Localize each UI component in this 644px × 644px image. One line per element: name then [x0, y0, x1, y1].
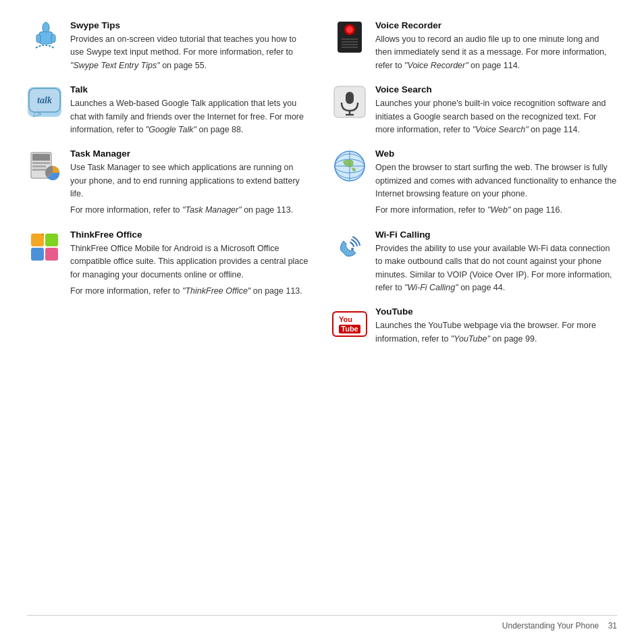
swype-tips-icon-box — [27, 20, 62, 55]
thinkfree-title: ThinkFree Office — [70, 230, 312, 240]
web-icon-box — [332, 149, 367, 184]
youtube-title: YouTube — [375, 306, 617, 317]
swype-tips-title: Swype Tips — [70, 20, 312, 30]
svg-rect-16 — [45, 248, 58, 261]
svg-rect-1 — [39, 32, 53, 44]
youtube-body: Launches the YouTube webpage via the bro… — [375, 319, 617, 346]
svg-rect-13 — [31, 234, 44, 246]
svg-point-33 — [351, 248, 354, 250]
page: Swype Tips Provides an on-screen video t… — [0, 0, 644, 644]
voice-search-icon-box — [332, 84, 367, 119]
wifi-calling-icon — [333, 230, 367, 264]
entry-wifi-calling: Wi-Fi Calling Provides the ability to us… — [332, 230, 617, 295]
web-body: Open the browser to start surfing the we… — [375, 161, 617, 200]
entry-swype-tips: Swype Tips Provides an on-screen video t… — [27, 20, 312, 72]
svg-rect-15 — [31, 248, 44, 261]
voice-recorder-icon — [333, 20, 366, 55]
entry-task-manager: Task Manager Use Task Manager to see whi… — [27, 149, 312, 217]
svg-rect-8 — [32, 154, 50, 161]
svg-text:talk: talk — [37, 95, 52, 105]
entry-voice-search: Voice Search Launches your phone's built… — [332, 84, 617, 136]
svg-rect-10 — [32, 165, 46, 167]
voice-recorder-icon-box — [332, 20, 367, 55]
thinkfree-body2: For more information, refer to "ThinkFre… — [70, 285, 312, 298]
svg-rect-3 — [51, 34, 55, 43]
web-title: Web — [375, 149, 617, 159]
talk-body: Launches a Web-based Google Talk applica… — [70, 97, 312, 136]
swype-tips-body: Provides an on-screen video tutorial tha… — [70, 33, 312, 72]
svg-text:You: You — [339, 315, 352, 323]
task-manager-title: Task Manager — [70, 149, 312, 159]
footer-page: 31 — [608, 621, 617, 630]
swype-icon — [29, 21, 60, 55]
entry-voice-recorder: Voice Recorder Allows you to record an a… — [332, 20, 617, 72]
talk-title: Talk — [70, 84, 312, 95]
wifi-calling-text: Wi-Fi Calling Provides the ability to us… — [375, 230, 617, 295]
task-manager-text: Task Manager Use Task Manager to see whi… — [70, 149, 312, 217]
web-text: Web Open the browser to start surfing th… — [375, 149, 617, 217]
thinkfree-text: ThinkFree Office ThinkFree Office Mobile… — [70, 230, 312, 298]
entry-thinkfree: ThinkFree Office ThinkFree Office Mobile… — [27, 230, 312, 298]
wifi-calling-title: Wi-Fi Calling — [375, 230, 617, 240]
voice-recorder-text: Voice Recorder Allows you to record an a… — [375, 20, 617, 72]
svg-rect-11 — [32, 169, 47, 171]
voice-search-text: Voice Search Launches your phone's built… — [375, 84, 617, 136]
youtube-icon-box: You Tube — [332, 306, 367, 342]
youtube-icon: You Tube — [332, 311, 367, 337]
task-manager-icon — [28, 150, 61, 182]
talk-after: on page 88. — [196, 125, 244, 134]
right-column: Voice Recorder Allows you to record an a… — [332, 20, 617, 615]
youtube-text: YouTube Launches the YouTube webpage via… — [375, 306, 617, 346]
entry-talk: talk Talk Launches a Web-based Google Ta… — [27, 84, 312, 136]
voice-recorder-title: Voice Recorder — [375, 20, 617, 30]
wifi-calling-body: Provides the ability to use your availab… — [375, 242, 617, 295]
voice-recorder-body: Allows you to record an audio file up to… — [375, 33, 617, 72]
content-area: Swype Tips Provides an on-screen video t… — [27, 20, 617, 615]
swype-tips-body-text: Provides an on-screen video tutorial tha… — [70, 34, 296, 57]
web-icon — [333, 149, 367, 183]
svg-rect-9 — [32, 162, 50, 164]
web-body2: For more information, refer to "Web" on … — [375, 204, 617, 217]
task-manager-body2: For more information, refer to "Task Man… — [70, 204, 312, 217]
talk-icon: talk — [28, 87, 61, 117]
voice-search-body: Launches your phone's built-in voice rec… — [375, 97, 617, 136]
thinkfree-body: ThinkFree Office Mobile for Android is a… — [70, 242, 312, 281]
voice-search-title: Voice Search — [375, 84, 617, 95]
swype-tips-after: on page 55. — [160, 61, 207, 70]
task-manager-body: Use Task Manager to see which applicatio… — [70, 161, 312, 200]
svg-rect-25 — [346, 92, 354, 104]
thinkfree-icon — [28, 231, 61, 263]
svg-rect-2 — [36, 34, 41, 43]
swype-tips-text: Swype Tips Provides an on-screen video t… — [70, 20, 312, 72]
talk-text: Talk Launches a Web-based Google Talk ap… — [70, 84, 312, 136]
voice-search-icon — [333, 85, 367, 119]
svg-point-19 — [346, 26, 353, 33]
entry-web: Web Open the browser to start surfing th… — [332, 149, 617, 217]
entry-youtube: You Tube YouTube Launches the YouTube we… — [332, 306, 617, 346]
footer-text: Understanding Your Phone 31 — [502, 621, 617, 630]
svg-text:Tube: Tube — [341, 325, 358, 333]
footer: Understanding Your Phone 31 — [27, 615, 617, 630]
thinkfree-icon-box — [27, 230, 62, 265]
talk-icon-box: talk — [27, 84, 62, 119]
footer-label: Understanding Your Phone — [502, 621, 599, 630]
svg-rect-14 — [45, 234, 58, 246]
left-column: Swype Tips Provides an on-screen video t… — [27, 20, 312, 615]
wifi-calling-icon-box — [332, 230, 367, 265]
talk-italic: "Google Talk" — [146, 125, 196, 134]
swype-tips-italic: "Swype Text Entry Tips" — [70, 61, 160, 70]
task-manager-icon-box — [27, 149, 62, 184]
svg-marker-6 — [33, 112, 41, 117]
